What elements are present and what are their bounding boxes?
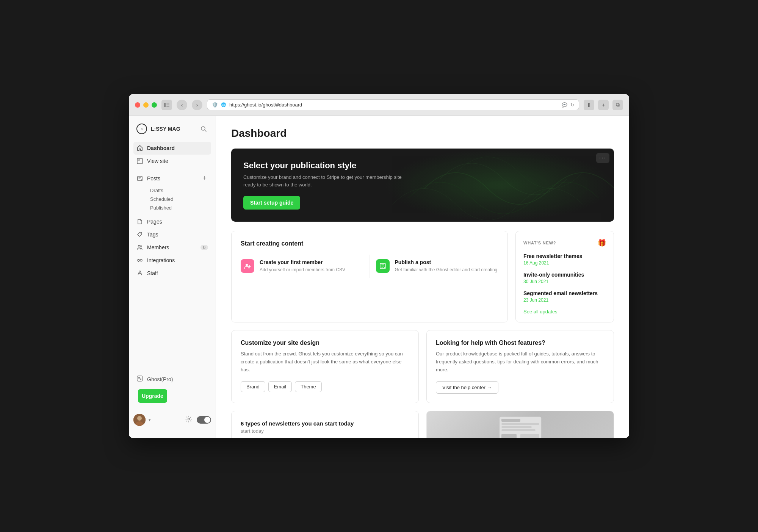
create-member-item[interactable]: Create your first member Add yourself or… <box>241 255 363 278</box>
svg-rect-8 <box>138 176 142 181</box>
dark-mode-toggle[interactable] <box>197 416 211 424</box>
setup-guide-button[interactable]: Start setup guide <box>243 196 300 210</box>
browser-chrome: ‹ › 🛡️ 🌐 https://ghost.io/ghost/#dashboa… <box>129 94 629 116</box>
back-button[interactable]: ‹ <box>177 100 187 110</box>
news-item-date-1: 30 Jun 2021 <box>523 279 606 284</box>
hero-description: Customize your brand and connect to Stri… <box>243 174 402 188</box>
dashboard-label: Dashboard <box>147 145 175 151</box>
sidebar-item-ghost-pro[interactable]: Ghost(Pro) <box>133 372 211 386</box>
see-all-updates-link[interactable]: See all updates <box>523 309 606 315</box>
news-item-date-0: 16 Aug 2021 <box>523 260 606 266</box>
help-center-link-button[interactable]: Visit the help center → <box>436 381 498 394</box>
news-item-title-2: Segmented email newsletters <box>523 290 606 296</box>
sidebar-item-drafts[interactable]: Drafts <box>147 186 211 195</box>
theme-button[interactable]: Theme <box>295 381 321 392</box>
svg-rect-27 <box>501 426 532 428</box>
sidebar-item-tags[interactable]: Tags <box>133 228 211 241</box>
staff-icon <box>136 270 143 277</box>
start-creating-card: Start creating content <box>231 231 508 322</box>
integrations-label: Integrations <box>147 257 175 263</box>
news-item-1[interactable]: Invite-only communities 30 Jun 2021 <box>523 272 606 284</box>
staff-label: Staff <box>147 270 158 276</box>
svg-rect-25 <box>501 419 520 422</box>
publish-post-text: Publish a post Get familiar with the Gho… <box>395 259 498 273</box>
sidebar: ○ L:SSY MAG Dashbo <box>129 116 216 438</box>
svg-point-19 <box>137 416 142 421</box>
email-button[interactable]: Email <box>268 381 292 392</box>
sidebar-item-dashboard[interactable]: Dashboard <box>133 142 211 155</box>
brand-logo: ○ <box>136 124 147 134</box>
posts-nav-item[interactable]: Posts <box>136 175 160 182</box>
action-create-member: Create your first member Add yourself or… <box>241 255 370 278</box>
sidebar-item-pages[interactable]: Pages <box>133 215 211 228</box>
sidebar-user: ▾ <box>129 409 216 430</box>
svg-point-11 <box>140 246 142 247</box>
traffic-light-red[interactable] <box>135 102 140 108</box>
create-member-desc: Add yourself or import members from CSV <box>260 267 345 273</box>
newsletter-title: 6 types of newsletters you can start tod… <box>241 420 409 427</box>
publish-post-title: Publish a post <box>395 259 498 265</box>
sidebar-toggle-btn[interactable] <box>161 100 172 110</box>
news-item-title-0: Free newsletter themes <box>523 253 606 259</box>
sidebar-bottom: Ghost(Pro) Upgrade <box>129 364 216 409</box>
news-item-0[interactable]: Free newsletter themes 16 Aug 2021 <box>523 253 606 266</box>
customize-title: Customize your site design <box>241 340 409 346</box>
posts-section-header: Posts + <box>133 171 211 186</box>
svg-point-22 <box>246 264 248 266</box>
svg-rect-7 <box>138 159 139 161</box>
search-icon[interactable] <box>199 124 208 133</box>
gift-icon: 🎁 <box>598 239 606 247</box>
customize-card: Customize your site design Stand out fro… <box>231 330 419 403</box>
settings-icon[interactable] <box>185 416 192 424</box>
add-post-button[interactable]: + <box>201 174 208 183</box>
svg-rect-28 <box>501 429 536 431</box>
newsletter-row: 6 types of newsletters you can start tod… <box>231 411 614 438</box>
sidebar-item-members[interactable]: Members 0 <box>133 241 211 254</box>
traffic-light-yellow[interactable] <box>143 102 149 108</box>
posts-icon <box>136 175 143 182</box>
newsletter-desc: start today <box>241 428 409 434</box>
page-title: Dashboard <box>231 127 614 139</box>
ghost-pro-icon <box>136 375 143 383</box>
forward-button[interactable]: › <box>192 100 202 110</box>
traffic-light-green[interactable] <box>152 102 157 108</box>
hero-title: Select your publication style <box>243 161 602 171</box>
brand-button[interactable]: Brand <box>241 381 265 392</box>
share-button[interactable]: ⬆ <box>584 100 594 110</box>
members-label: Members <box>147 244 169 250</box>
url-text: https://ghost.io/ghost/#dashboard <box>229 102 302 108</box>
news-item-date-2: 23 Jun 2021 <box>523 297 606 303</box>
tags-label: Tags <box>147 232 158 238</box>
members-icon <box>136 244 143 251</box>
whats-new-title: WHAT'S NEW? <box>523 241 556 245</box>
svg-rect-0 <box>164 103 166 107</box>
app-layout: ○ L:SSY MAG Dashbo <box>129 116 629 438</box>
sidebar-item-view-site[interactable]: View site <box>133 155 211 167</box>
sidebar-item-staff[interactable]: Staff <box>133 267 211 280</box>
upgrade-button[interactable]: Upgrade <box>138 389 167 403</box>
sidebar-item-published[interactable]: Published <box>147 203 211 212</box>
tabs-button[interactable]: ⧉ <box>612 100 623 110</box>
customize-desc: Stand out from the crowd. Ghost lets you… <box>241 350 409 374</box>
new-tab-button[interactable]: + <box>598 100 609 110</box>
address-bar[interactable]: 🛡️ 🌐 https://ghost.io/ghost/#dashboard 💬… <box>207 99 579 110</box>
svg-rect-15 <box>137 376 143 381</box>
sidebar-item-integrations[interactable]: Integrations <box>133 254 211 267</box>
ghost-pro-label: Ghost(Pro) <box>147 376 173 382</box>
actions-row: Create your first member Add yourself or… <box>241 255 498 278</box>
sidebar-divider <box>138 368 207 368</box>
svg-rect-17 <box>140 379 141 380</box>
publish-post-icon <box>376 259 390 273</box>
sidebar-item-scheduled[interactable]: Scheduled <box>147 195 211 203</box>
create-member-icon <box>241 259 254 273</box>
view-site-label: View site <box>147 158 168 164</box>
user-menu-chevron[interactable]: ▾ <box>149 418 151 422</box>
news-item-2[interactable]: Segmented email newsletters 23 Jun 2021 <box>523 290 606 303</box>
external-link-icon <box>136 158 143 164</box>
svg-point-9 <box>141 233 141 234</box>
avatar <box>133 414 146 426</box>
members-badge: 0 <box>200 245 208 250</box>
publish-post-item[interactable]: Publish a post Get familiar with the Gho… <box>376 255 499 278</box>
integrations-icon <box>136 257 143 264</box>
help-title: Looking for help with Ghost features? <box>436 340 605 346</box>
